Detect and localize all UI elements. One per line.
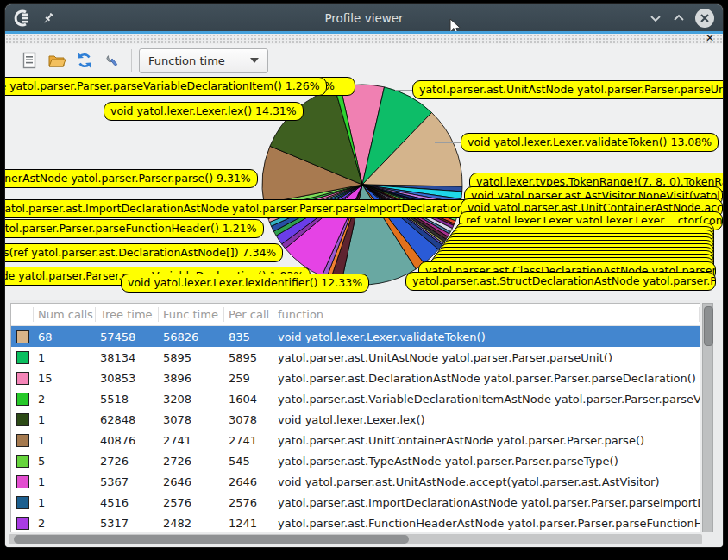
cell-per_call: 3078 bbox=[224, 413, 273, 426]
cell-per_call: 545 bbox=[224, 455, 273, 468]
series-color-swatch bbox=[16, 517, 29, 530]
pie-callout-label: yatol.parser.ast.UnitAstNode yatol.parse… bbox=[412, 80, 723, 99]
cell-function: yatol.parser.ast.FunctionHeaderAstNode y… bbox=[273, 517, 700, 530]
table-body: 685745856826835void yatol.lexer.Lexer.va… bbox=[11, 326, 700, 532]
cell-function: void yatol.lexer.Lexer.validateToken() bbox=[273, 330, 700, 343]
pie-callout-label: void yatol.lexer.Lexer.lex() 14.31% bbox=[104, 102, 304, 121]
maximize-icon[interactable] bbox=[672, 11, 686, 25]
table-row[interactable]: 13813458955895yatol.parser.ast.UnitAstNo… bbox=[11, 347, 700, 368]
column-header-function[interactable]: function bbox=[273, 307, 700, 322]
row-color-cell bbox=[11, 496, 34, 509]
vertical-scrollbar[interactable] bbox=[702, 303, 713, 532]
column-header-Per call[interactable]: Per call bbox=[224, 307, 273, 322]
column-header-swatch[interactable] bbox=[11, 307, 34, 322]
cell-per_call: 2576 bbox=[224, 496, 273, 509]
report-button[interactable] bbox=[17, 48, 41, 72]
row-color-cell bbox=[11, 455, 34, 468]
column-header-Func time[interactable]: Func time bbox=[159, 307, 224, 322]
profile-viewer-window: Profile viewer ✕ bbox=[5, 4, 723, 547]
toolbar: Function time bbox=[5, 44, 723, 77]
desktop-background: Profile viewer ✕ bbox=[0, 0, 728, 560]
cell-func_time: 56826 bbox=[159, 330, 224, 343]
refresh-button[interactable] bbox=[72, 48, 97, 72]
row-color-cell bbox=[11, 475, 34, 488]
table-row[interactable]: 2531724821241yatol.parser.ast.FunctionHe… bbox=[11, 513, 700, 532]
cell-func_time: 3896 bbox=[159, 372, 224, 385]
column-header-Num calls[interactable]: Num calls bbox=[34, 307, 96, 322]
table-row[interactable]: 1451625762576yatol.parser.ast.ImportDecl… bbox=[11, 492, 700, 513]
close-button[interactable] bbox=[695, 9, 714, 28]
horizontal-scrollbar-thumb[interactable] bbox=[14, 535, 409, 544]
series-color-swatch bbox=[16, 475, 29, 488]
series-color-swatch bbox=[16, 330, 29, 343]
row-color-cell bbox=[11, 351, 34, 364]
titlebar-right bbox=[649, 4, 714, 31]
wrench-icon bbox=[104, 52, 121, 69]
cell-per_call: 1241 bbox=[224, 517, 273, 530]
cell-function: yatol.parser.ast.VariableDeclarationItem… bbox=[273, 393, 700, 406]
cell-tree_time: 40876 bbox=[96, 434, 159, 447]
series-color-swatch bbox=[16, 455, 29, 468]
dock-close-icon[interactable]: ✕ bbox=[706, 32, 714, 44]
pie-callout-label: yatol.parser.ast.ImportDeclarationAstNod… bbox=[5, 199, 517, 218]
table-row[interactable]: 15308533896259yatol.parser.ast.Declarati… bbox=[11, 368, 700, 388]
cell-per_call: 259 bbox=[224, 372, 273, 385]
cell-per_call: 835 bbox=[224, 330, 273, 343]
table-row[interactable]: 527262726545yatol.parser.ast.TypeAstNode… bbox=[11, 450, 700, 471]
cell-function: void yatol.lexer.Lexer.lex() bbox=[273, 413, 700, 426]
titlebar[interactable]: Profile viewer bbox=[5, 4, 723, 31]
cell-num_calls: 2 bbox=[34, 517, 96, 530]
chart-metric-combobox[interactable]: Function time bbox=[139, 48, 268, 73]
pie-callout-label: void yatol.lexer.Lexer.validateToken() 1… bbox=[461, 133, 719, 152]
cell-num_calls: 1 bbox=[34, 496, 96, 509]
series-color-swatch bbox=[16, 434, 29, 447]
cell-function: yatol.parser.ast.UnitContainerAstNode ya… bbox=[273, 434, 700, 447]
table-row[interactable]: 1536726462646void yatol.parser.ast.UnitA… bbox=[11, 471, 700, 492]
table-row[interactable]: 685745856826835void yatol.lexer.Lexer.va… bbox=[11, 326, 700, 347]
window-title: Profile viewer bbox=[5, 11, 723, 25]
combobox-value: Function time bbox=[148, 54, 225, 67]
report-icon bbox=[22, 52, 37, 69]
cell-tree_time: 5518 bbox=[96, 393, 159, 406]
series-color-swatch bbox=[16, 496, 29, 509]
series-color-swatch bbox=[16, 372, 29, 385]
cell-num_calls: 15 bbox=[34, 372, 96, 385]
cell-func_time: 2741 bbox=[159, 434, 224, 447]
cell-function: void yatol.parser.ast.UnitAstNode.accept… bbox=[273, 475, 700, 488]
horizontal-scrollbar[interactable] bbox=[9, 534, 702, 544]
pie-callout-label: atol.parser.Parser.parseFunctionHeader()… bbox=[5, 219, 264, 238]
cell-per_call: 1604 bbox=[224, 393, 273, 406]
row-color-cell bbox=[11, 413, 34, 426]
profile-table: Num callsTree timeFunc timePer callfunct… bbox=[10, 303, 700, 532]
series-color-swatch bbox=[16, 413, 29, 426]
cell-func_time: 3208 bbox=[159, 393, 224, 406]
toolbar-separator bbox=[131, 49, 132, 72]
table-header[interactable]: Num callsTree timeFunc timePer callfunct… bbox=[11, 304, 700, 326]
pie-chart-area: 7.03%node yatol.parser.Parser.parseVaria… bbox=[5, 76, 723, 300]
table-row[interactable]: 2551832081604yatol.parser.ast.VariableDe… bbox=[11, 388, 700, 409]
cell-num_calls: 1 bbox=[34, 434, 96, 447]
pie-callout-label: yatol.parser.ast.StructDeclarationAstNod… bbox=[405, 272, 716, 291]
cell-function: yatol.parser.ast.TypeAstNode yatol.parse… bbox=[273, 455, 700, 468]
minimize-icon[interactable] bbox=[649, 11, 662, 25]
vertical-scrollbar-thumb[interactable] bbox=[704, 306, 713, 346]
dock-grip-bar[interactable]: ✕ bbox=[5, 34, 723, 44]
cell-num_calls: 2 bbox=[34, 393, 96, 406]
cell-function: yatol.parser.ast.ImportDeclarationAstNod… bbox=[273, 496, 700, 509]
pie-callout-label: ainerAstNode yatol.parser.Parser.parse()… bbox=[5, 169, 258, 188]
settings-button[interactable] bbox=[100, 48, 124, 72]
cell-tree_time: 2726 bbox=[96, 455, 159, 468]
cell-per_call: 2741 bbox=[224, 434, 273, 447]
cell-func_time: 2576 bbox=[159, 496, 224, 509]
open-button[interactable] bbox=[45, 48, 69, 72]
column-header-Tree time[interactable]: Tree time bbox=[96, 307, 159, 322]
open-folder-icon bbox=[47, 53, 66, 68]
cell-num_calls: 1 bbox=[34, 475, 96, 488]
cell-function: yatol.parser.ast.DeclarationAstNode yato… bbox=[273, 372, 700, 385]
row-color-cell bbox=[11, 372, 34, 385]
table-row[interactable]: 16284830783078void yatol.lexer.Lexer.lex… bbox=[11, 409, 700, 430]
table-row[interactable]: 14087627412741yatol.parser.ast.UnitConta… bbox=[11, 430, 700, 450]
cell-func_time: 5895 bbox=[159, 351, 224, 364]
cell-num_calls: 1 bbox=[34, 413, 96, 426]
cell-tree_time: 4516 bbox=[96, 496, 159, 509]
